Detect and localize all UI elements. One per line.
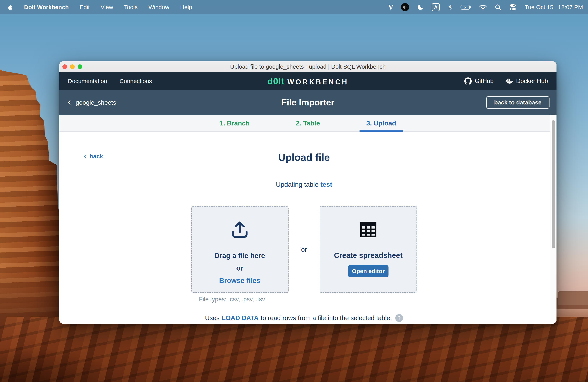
step-upload-label: 3. Upload <box>366 119 396 127</box>
upload-content: back Upload file Updating tabletest Drag… <box>59 132 556 324</box>
input-source-icon[interactable]: A <box>432 3 440 11</box>
control-center-icon[interactable] <box>509 4 517 11</box>
step-branch-label: 1. Branch <box>220 119 250 127</box>
bluetooth-icon[interactable] <box>448 4 453 11</box>
window-title: Upload file to google_sheets - upload | … <box>230 64 386 70</box>
dolt-workbench-window: Upload file to google_sheets - upload | … <box>59 61 556 324</box>
logo-workbench-text: WORKBENCH <box>287 78 348 86</box>
github-icon <box>464 77 472 85</box>
apple-menu-icon[interactable] <box>7 4 13 11</box>
dropzone-or: or <box>236 264 243 272</box>
importer-steps: 1. Branch 2. Table 3. Upload <box>59 115 556 132</box>
clock-date: Tue Oct 15 <box>525 4 553 11</box>
macos-menu-bar: Dolt Workbench Edit View Tools Window He… <box>0 0 588 14</box>
upload-icon <box>229 219 251 240</box>
docker-hub-label: Docker Hub <box>516 78 548 85</box>
minimize-window-button[interactable] <box>70 64 75 69</box>
menu-bar-clock[interactable]: Tue Oct 15 12:07 PM <box>525 4 583 11</box>
table-name: test <box>320 181 332 188</box>
docker-icon <box>505 78 513 84</box>
load-data-link[interactable]: LOAD DATA <box>222 314 258 322</box>
menu-edit[interactable]: Edit <box>80 4 90 11</box>
step-upload[interactable]: 3. Upload <box>345 115 418 131</box>
page-title: File Importer <box>281 97 335 107</box>
active-step-underline <box>359 130 403 132</box>
create-spreadsheet-label: Create spreadsheet <box>334 251 403 260</box>
search-icon[interactable] <box>495 4 501 11</box>
nav-documentation-link[interactable]: Documentation <box>68 78 107 85</box>
menu-bar-app-name[interactable]: Dolt Workbench <box>24 4 69 11</box>
wallpaper-desert-ground <box>0 317 588 382</box>
load-data-note: Uses LOAD DATA to read rows from a file … <box>59 314 549 322</box>
upload-heading: Upload file <box>59 151 549 163</box>
menu-tools[interactable]: Tools <box>124 4 138 11</box>
input-source-letter: A <box>434 4 438 10</box>
dolt-workbench-logo[interactable]: d0lt WORKBENCH <box>267 76 349 86</box>
back-to-database-button[interactable]: back to database <box>486 96 549 109</box>
note-prefix: Uses <box>205 314 220 322</box>
do-not-disturb-moon-icon[interactable] <box>417 4 424 11</box>
spreadsheet-icon <box>358 219 378 240</box>
v-app-icon[interactable]: V <box>388 3 393 11</box>
wifi-icon[interactable] <box>479 4 487 10</box>
close-window-button[interactable] <box>63 64 67 69</box>
logo-dolt-text: d0lt <box>267 76 284 86</box>
zoom-window-button[interactable] <box>78 64 82 69</box>
create-spreadsheet-card: Create spreadsheet Open editor <box>320 206 417 293</box>
menu-view[interactable]: View <box>101 4 113 11</box>
step-table-label: 2. Table <box>296 119 320 127</box>
github-link[interactable]: GitHub <box>464 77 494 85</box>
database-back-nav[interactable]: google_sheets <box>67 99 116 106</box>
battery-charging-icon[interactable] <box>461 4 471 10</box>
window-scrollbar[interactable] <box>550 115 556 324</box>
help-icon[interactable]: ? <box>395 314 403 322</box>
chevron-left-icon <box>67 99 72 106</box>
dropzone-label: Drag a file here <box>214 252 265 260</box>
updating-table-text: Updating tabletest <box>59 181 549 188</box>
file-types-hint: File types: .csv, .psv, .tsv <box>199 296 265 303</box>
browse-files-link[interactable]: Browse files <box>219 276 260 285</box>
menu-window[interactable]: Window <box>148 4 169 11</box>
note-suffix: to read rows from a file into the select… <box>261 314 392 322</box>
wallpaper-distant-mesa <box>558 291 588 305</box>
file-dropzone[interactable]: Drag a file here or Browse files <box>191 206 289 293</box>
subtitle-prefix: Updating table <box>276 181 318 188</box>
cards-or-divider: or <box>289 206 320 293</box>
github-label: GitHub <box>475 78 494 85</box>
database-sub-nav: google_sheets File Importer back to data… <box>59 90 556 115</box>
database-name: google_sheets <box>76 99 116 106</box>
step-branch[interactable]: 1. Branch <box>198 115 271 131</box>
menu-help[interactable]: Help <box>180 4 192 11</box>
scrollbar-thumb[interactable] <box>552 120 555 248</box>
open-editor-button[interactable]: Open editor <box>348 265 388 277</box>
step-table[interactable]: 2. Table <box>271 115 345 131</box>
window-title-bar[interactable]: Upload file to google_sheets - upload | … <box>59 61 556 72</box>
docker-hub-link[interactable]: Docker Hub <box>505 78 548 85</box>
clock-time: 12:07 PM <box>558 4 583 11</box>
app-top-nav: Documentation Connections d0lt WORKBENCH… <box>59 72 556 90</box>
voice-memo-icon[interactable] <box>401 3 409 11</box>
nav-connections-link[interactable]: Connections <box>120 78 152 85</box>
